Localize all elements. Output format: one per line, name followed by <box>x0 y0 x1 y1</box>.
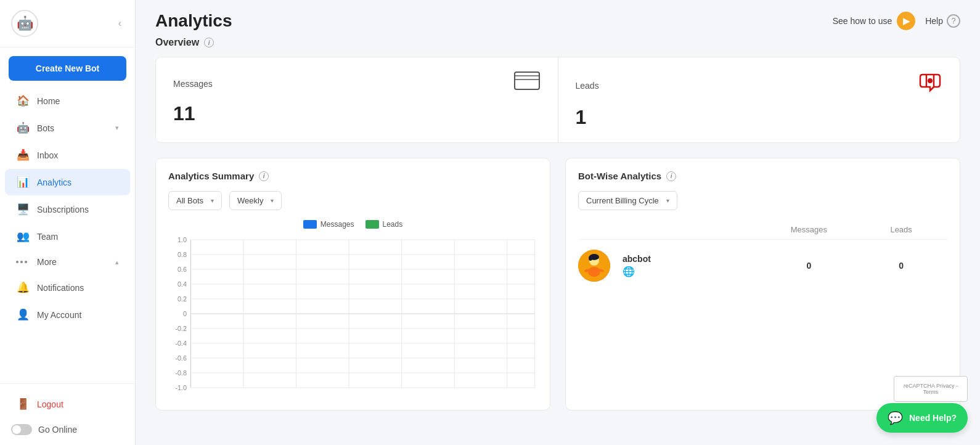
bot-name: abcbot <box>623 254 651 264</box>
create-new-bot-button[interactable]: Create New Bot <box>9 56 126 81</box>
overview-title: Overview i <box>155 37 960 48</box>
chart-area: Messages Leads 1.0 0.8 0.6 0.4 <box>168 220 537 398</box>
bot-wise-filter-row: Current Billing Cycle ▾ <box>578 191 947 210</box>
all-bots-dropdown[interactable]: All Bots ▾ <box>168 191 222 210</box>
svg-rect-0 <box>515 72 539 89</box>
inbox-icon: 📥 <box>16 149 30 161</box>
sidebar-item-label: Bots <box>37 123 54 133</box>
bot-name-col: abcbot 🌐 <box>578 250 763 282</box>
all-bots-label: All Bots <box>176 196 203 205</box>
account-icon: 👤 <box>16 308 30 321</box>
overview-section: Overview i Messages <box>155 37 960 143</box>
need-help-widget[interactable]: 💬 Need Help? <box>876 403 968 433</box>
bot-wise-analytics-card: Bot-Wise Analytics i Current Billing Cyc… <box>565 158 960 410</box>
billing-cycle-label: Current Billing Cycle <box>586 196 659 205</box>
svg-text:-0.2: -0.2 <box>176 325 187 332</box>
see-how-label: See how to use <box>833 16 892 26</box>
bots-icon: 🤖 <box>16 121 30 134</box>
analytics-summary-header: Analytics Summary i <box>168 171 537 181</box>
svg-text:-0.8: -0.8 <box>176 370 187 377</box>
sidebar-item-account[interactable]: 👤 My Account <box>5 301 130 328</box>
sidebar-item-label: More <box>37 257 57 267</box>
svg-text:0.4: 0.4 <box>178 281 187 288</box>
help-button[interactable]: Help ? <box>925 14 960 28</box>
sidebar-item-label: My Account <box>37 310 81 320</box>
go-online-label: Go Online <box>38 425 77 435</box>
svg-text:-0.4: -0.4 <box>176 340 187 347</box>
leads-legend-color <box>365 220 379 229</box>
sidebar-item-label: Subscriptions <box>37 205 89 214</box>
recaptcha-widget: reCAPTCHA Privacy - Terms <box>894 376 968 402</box>
chevron-down-icon: ▾ <box>666 197 669 204</box>
chevron-up-icon: ▴ <box>115 258 119 266</box>
sidebar-item-team[interactable]: 👥 Team <box>5 223 130 250</box>
analytics-grid: Analytics Summary i All Bots ▾ Weekly ▾ <box>155 158 960 410</box>
bot-wise-header: Bot-Wise Analytics i <box>578 171 947 181</box>
more-icon <box>16 261 30 263</box>
sidebar: 🤖 ‹ Create New Bot 🏠 Home 🤖 Bots ▾ 📥 Inb… <box>0 0 136 445</box>
svg-point-37 <box>589 256 592 261</box>
svg-text:0.8: 0.8 <box>178 251 187 258</box>
recaptcha-text: reCAPTCHA Privacy - Terms <box>904 383 958 395</box>
sidebar-item-label: Inbox <box>37 150 58 160</box>
bot-avatar <box>578 250 610 282</box>
sidebar-item-logout[interactable]: 🚪 Logout <box>5 391 130 417</box>
summary-filter-row: All Bots ▾ Weekly ▾ <box>168 191 537 210</box>
sidebar-item-bots[interactable]: 🤖 Bots ▾ <box>5 115 130 141</box>
bot-row: abcbot 🌐 0 0 <box>578 240 947 292</box>
leads-icon <box>918 71 942 100</box>
billing-cycle-dropdown[interactable]: Current Billing Cycle ▾ <box>578 191 677 210</box>
svg-text:-1.0: -1.0 <box>176 385 187 391</box>
sidebar-item-analytics[interactable]: 📊 Analytics <box>5 169 130 195</box>
svg-point-3 <box>928 78 933 83</box>
go-online-toggle[interactable] <box>11 424 32 435</box>
messages-value: 11 <box>173 102 541 125</box>
sidebar-item-subscriptions[interactable]: 🖥️ Subscriptions <box>5 196 130 222</box>
sidebar-item-more[interactable]: More ▴ <box>5 250 130 274</box>
page-title: Analytics <box>155 11 232 31</box>
sidebar-item-inbox[interactable]: 📥 Inbox <box>5 142 130 168</box>
analytics-chart: 1.0 0.8 0.6 0.4 0.2 0 -0.2 -0.4 -0.6 -0.… <box>168 235 537 395</box>
bot-col-messages-header: Messages <box>763 225 855 234</box>
sidebar-item-notifications[interactable]: 🔔 Notifications <box>5 274 130 301</box>
app-logo: 🤖 <box>11 10 38 37</box>
sidebar-header: 🤖 ‹ <box>0 0 135 47</box>
sidebar-item-label: Analytics <box>37 178 71 187</box>
nav-list: 🏠 Home 🤖 Bots ▾ 📥 Inbox 📊 Analytics 🖥️ S… <box>0 87 135 329</box>
leads-value: 1 <box>576 106 943 129</box>
whatsapp-icon: 💬 <box>888 410 903 425</box>
logout-icon: 🚪 <box>16 398 30 410</box>
sidebar-item-home[interactable]: 🏠 Home <box>5 88 130 114</box>
sidebar-item-label: Logout <box>37 399 63 409</box>
chevron-down-icon: ▾ <box>115 124 119 132</box>
legend-messages-label: Messages <box>321 220 354 229</box>
topbar: Analytics See how to use ▶ Help ? <box>136 0 980 37</box>
bot-leads-value: 0 <box>855 261 947 271</box>
bot-info: abcbot 🌐 <box>623 254 651 277</box>
see-how-to-use-button[interactable]: See how to use ▶ <box>833 12 916 30</box>
help-question-icon: ? <box>947 14 960 28</box>
sidebar-bottom: 🚪 Logout Go Online <box>0 383 135 445</box>
messages-label: Messages <box>173 79 213 89</box>
legend-messages: Messages <box>303 220 354 229</box>
sidebar-item-label: Notifications <box>37 283 84 293</box>
content-area: Overview i Messages <box>136 37 980 445</box>
home-icon: 🏠 <box>16 94 30 107</box>
analytics-summary-title: Analytics Summary <box>168 171 254 181</box>
legend-leads-label: Leads <box>383 220 403 229</box>
leads-metric: Leads 1 <box>558 57 960 142</box>
sidebar-item-label: Home <box>37 96 60 106</box>
legend-leads: Leads <box>365 220 403 229</box>
bot-table-header: Messages Leads <box>578 220 947 240</box>
period-dropdown[interactable]: Weekly ▾ <box>229 191 282 210</box>
analytics-icon: 📊 <box>16 176 30 189</box>
collapse-sidebar-button[interactable]: ‹ <box>116 15 124 31</box>
svg-text:1.0: 1.0 <box>178 237 187 243</box>
team-icon: 👥 <box>16 230 30 243</box>
leads-label: Leads <box>576 81 599 91</box>
overview-card: Messages 11 Leads <box>155 57 960 143</box>
bot-wise-title: Bot-Wise Analytics <box>578 171 661 181</box>
topbar-right: See how to use ▶ Help ? <box>833 12 960 30</box>
bot-col-leads-header: Leads <box>855 225 947 234</box>
sidebar-item-label: Team <box>37 232 58 242</box>
